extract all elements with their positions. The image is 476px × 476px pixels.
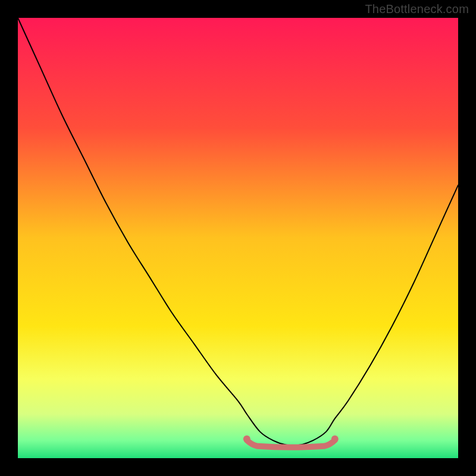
svg-point-1 bbox=[243, 436, 250, 443]
attribution-label: TheBottleneck.com bbox=[365, 2, 469, 16]
bottleneck-curve bbox=[18, 18, 458, 446]
svg-point-2 bbox=[331, 436, 339, 443]
plot-area bbox=[18, 18, 458, 458]
curve-layer bbox=[18, 18, 458, 458]
chart-frame: TheBottleneck.com bbox=[0, 0, 476, 476]
flat-region-marker bbox=[243, 436, 339, 447]
